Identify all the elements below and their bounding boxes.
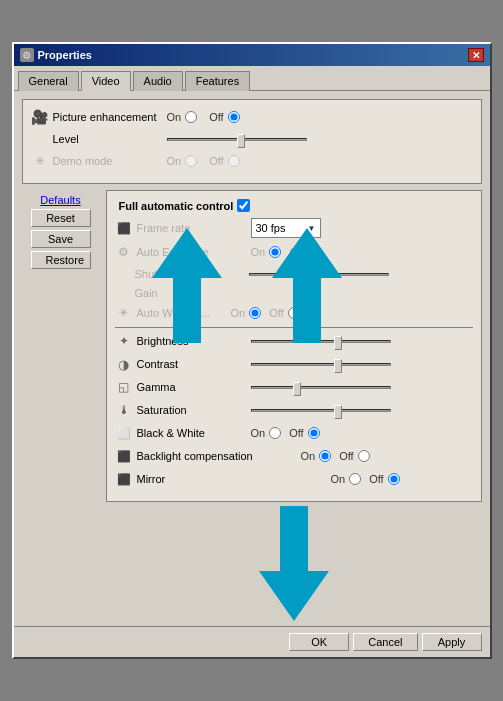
- mirror-on-label: On: [331, 473, 346, 485]
- backlight-icon: ⬛: [115, 447, 133, 465]
- gamma-thumb[interactable]: [293, 382, 301, 396]
- contrast-slider: [251, 356, 473, 372]
- exposure-icon: ⚙: [115, 243, 133, 261]
- defaults-panel: Defaults Reset Save Restore: [22, 190, 100, 618]
- contrast-label: Contrast: [137, 358, 247, 370]
- picture-on-label: On: [167, 111, 182, 123]
- mirror-label: Mirror: [137, 473, 247, 485]
- backlight-off-label: Off: [339, 450, 353, 462]
- bw-off-group: Off: [289, 427, 319, 439]
- backlight-on-label: On: [301, 450, 316, 462]
- picture-enhancement-off-radio[interactable]: [228, 111, 240, 123]
- picture-enhancement-row: 🎥 Picture enhancement On Off: [31, 108, 473, 126]
- arrows-area: [106, 508, 482, 618]
- apply-button[interactable]: Apply: [422, 633, 482, 651]
- window-icon: ⚙: [20, 48, 34, 62]
- reset-button[interactable]: Reset: [31, 209, 91, 227]
- contrast-row: ◑ Contrast: [115, 355, 473, 373]
- bw-icon: ⬜: [115, 424, 133, 442]
- bw-off-radio[interactable]: [308, 427, 320, 439]
- backlight-off-group: Off: [339, 450, 369, 462]
- gamma-slider: [251, 379, 473, 395]
- picture-enhancement-on-radio[interactable]: [185, 111, 197, 123]
- close-button[interactable]: ✕: [468, 48, 484, 62]
- gamma-label: Gamma: [137, 381, 247, 393]
- contrast-thumb[interactable]: [334, 359, 342, 373]
- mirror-row: ⬛ Mirror On Off: [115, 470, 473, 488]
- mirror-icon: ⬛: [115, 470, 133, 488]
- level-slider-thumb[interactable]: [237, 134, 245, 148]
- demo-on-label: On: [167, 155, 182, 167]
- mirror-off-radio[interactable]: [388, 473, 400, 485]
- picture-section: 🎥 Picture enhancement On Off Level: [22, 99, 482, 184]
- restore-button[interactable]: Restore: [31, 251, 91, 269]
- full-auto-checkbox[interactable]: [237, 199, 250, 212]
- mirror-on-group: On: [331, 473, 362, 485]
- defaults-label[interactable]: Defaults: [40, 194, 80, 206]
- ok-button[interactable]: OK: [289, 633, 349, 651]
- arrow-down: [259, 506, 329, 621]
- saturation-icon: 🌡: [115, 401, 133, 419]
- backlight-row: ⬛ Backlight compensation On Off: [115, 447, 473, 465]
- backlight-on-radio[interactable]: [319, 450, 331, 462]
- gamma-track: [251, 386, 391, 389]
- bw-on-radio[interactable]: [269, 427, 281, 439]
- wb-icon: ☀: [115, 304, 133, 322]
- arrow-down-shaft: [280, 506, 308, 571]
- bw-on-label: On: [251, 427, 266, 439]
- bw-label: Black & White: [137, 427, 247, 439]
- window-title: Properties: [38, 49, 92, 61]
- gamma-icon: ◱: [115, 378, 133, 396]
- demo-off-label: Off: [209, 155, 223, 167]
- saturation-track: [251, 409, 391, 412]
- contrast-icon: ◑: [115, 355, 133, 373]
- tab-audio[interactable]: Audio: [133, 71, 183, 91]
- demo-on-radio[interactable]: [185, 155, 197, 167]
- arrow-up-left-head: [152, 228, 222, 278]
- save-button[interactable]: Save: [31, 230, 91, 248]
- mirror-off-group: Off: [369, 473, 399, 485]
- tabs-bar: General Video Audio Features: [14, 66, 490, 91]
- arrow-up-right-head: [272, 228, 342, 278]
- demo-mode-label: Demo mode: [53, 155, 163, 167]
- saturation-slider: [251, 402, 473, 418]
- arrow-down-head: [259, 571, 329, 621]
- bottom-buttons-bar: OK Cancel Apply: [14, 626, 490, 657]
- picture-enhancement-label: Picture enhancement: [53, 111, 163, 123]
- picture-enhancement-on-group: On: [167, 111, 198, 123]
- demo-icon: ✳: [31, 152, 49, 170]
- backlight-on-group: On: [301, 450, 332, 462]
- tab-video[interactable]: Video: [81, 71, 131, 91]
- up-arrows-container: [152, 228, 342, 343]
- level-slider-track: [167, 138, 307, 141]
- title-bar: ⚙ Properties ✕: [14, 44, 490, 66]
- cancel-button[interactable]: Cancel: [353, 633, 417, 651]
- backlight-off-radio[interactable]: [358, 450, 370, 462]
- saturation-label: Saturation: [137, 404, 247, 416]
- arrow-up-right-shaft: [293, 278, 321, 343]
- brightness-icon: ✦: [115, 332, 133, 350]
- level-slider-container: [167, 131, 473, 147]
- mirror-off-label: Off: [369, 473, 383, 485]
- demo-off-group: Off: [209, 155, 239, 167]
- demo-off-radio[interactable]: [228, 155, 240, 167]
- level-label: Level: [53, 133, 163, 145]
- bw-row: ⬜ Black & White On Off: [115, 424, 473, 442]
- demo-on-group: On: [167, 155, 198, 167]
- arrow-up-left-shaft: [173, 278, 201, 343]
- title-bar-content: ⚙ Properties: [20, 48, 92, 62]
- tab-features[interactable]: Features: [185, 71, 250, 91]
- full-auto-label: Full automatic control: [119, 200, 234, 212]
- properties-window: ⚙ Properties ✕ General Video Audio Featu…: [12, 42, 492, 659]
- picture-enhancement-off-group: Off: [209, 111, 239, 123]
- mirror-on-radio[interactable]: [349, 473, 361, 485]
- bw-off-label: Off: [289, 427, 303, 439]
- gamma-row: ◱ Gamma: [115, 378, 473, 396]
- main-content: 🎥 Picture enhancement On Off Level: [14, 91, 490, 626]
- camera-icon: 🎥: [31, 108, 49, 126]
- tab-general[interactable]: General: [18, 71, 79, 91]
- frame-rate-icon: ⬛: [115, 219, 133, 237]
- demo-mode-row: ✳ Demo mode On Off: [31, 152, 473, 170]
- bw-on-group: On: [251, 427, 282, 439]
- saturation-thumb[interactable]: [334, 405, 342, 419]
